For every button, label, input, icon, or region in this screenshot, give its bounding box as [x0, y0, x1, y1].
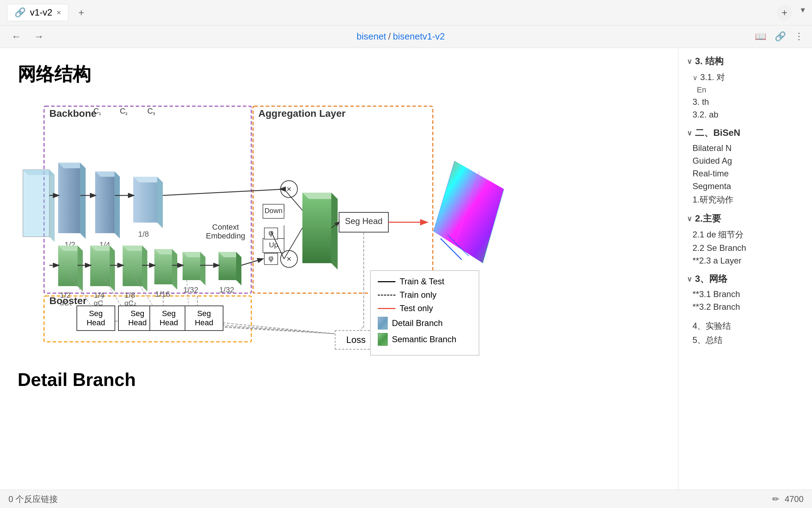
sidebar-heading-main[interactable]: ∨ 2.主要	[687, 212, 804, 225]
svg-text:C: C	[147, 107, 153, 115]
sidebar-item-segmentation[interactable]: Segmenta	[687, 180, 804, 193]
sidebar-item-2-3[interactable]: **2.3 a Layer	[687, 254, 804, 267]
nav-forward-button[interactable]: →	[31, 30, 47, 44]
sidebar-heading-network[interactable]: ∨ 3、网络	[687, 273, 804, 285]
svg-rect-20	[95, 171, 115, 233]
tab-close-button[interactable]: ×	[57, 8, 61, 17]
svg-marker-22	[115, 171, 120, 238]
dropdown-arrow[interactable]: ▾	[801, 5, 805, 20]
svg-marker-40	[142, 246, 147, 291]
svg-text:C: C	[93, 107, 99, 115]
legend-train-test: Train & Test	[378, 277, 472, 286]
svg-text:Aggregation Layer: Aggregation Layer	[258, 108, 345, 119]
legend-semantic-branch: Semantic Branch	[378, 333, 472, 346]
legend-test-only: Test only	[378, 303, 472, 313]
sidebar-sub-en[interactable]: En	[687, 84, 804, 96]
sidebar-heading-bisenet[interactable]: ∨ 二、BiSeN	[687, 127, 804, 139]
svg-text:φ: φ	[269, 254, 273, 262]
browser-controls: + ▾	[777, 5, 805, 20]
svg-marker-30	[78, 246, 83, 291]
sidebar-item-experiment[interactable]: 4、实验结	[687, 319, 804, 333]
svg-rect-1	[253, 106, 433, 293]
address-display: bisenet / bisenetv1-v2	[54, 31, 748, 42]
chevron-bisenet: ∨	[687, 129, 692, 137]
address-separator: /	[388, 31, 391, 42]
chevron-icon-3: ∨	[687, 57, 692, 66]
svg-text:1/32: 1/32	[219, 285, 234, 294]
main-layout: 网络结构 Backbone C ₁ C ₂ C ₃ Aggregation La…	[0, 48, 812, 508]
book-icon[interactable]: 📖	[755, 31, 766, 42]
browser-tab[interactable]: 🔗 v1-v2 ×	[7, 4, 68, 21]
svg-text:1/32: 1/32	[183, 285, 198, 294]
right-sidebar: ∨ 3. 结构 ∨ 3.1. 对 En 3. th 3.2. ab ∨ 二、Bi…	[678, 48, 812, 508]
tab-title: v1-v2	[30, 7, 53, 18]
svg-text:×: ×	[287, 254, 291, 264]
svg-text:αC₁: αC₁	[60, 299, 72, 307]
chevron-main: ∨	[687, 214, 692, 223]
sidebar-item-realtime[interactable]: Real-time	[687, 167, 804, 180]
output-visualization	[433, 161, 504, 267]
link-icon[interactable]: 🔗	[775, 31, 786, 42]
edit-icon[interactable]: ✏	[772, 494, 779, 504]
profile-button[interactable]: +	[777, 5, 792, 20]
sidebar-item-research[interactable]: 1.研究动作	[687, 193, 804, 207]
svg-text:1/8: 1/8	[124, 291, 135, 300]
seg-head-4: Seg Head	[185, 306, 223, 331]
network-diagram: Backbone C ₁ C ₂ C ₃ Aggregation Layer B…	[18, 101, 511, 355]
legend-blue-block	[378, 317, 388, 329]
svg-text:Up: Up	[269, 241, 278, 249]
svg-rect-16	[58, 163, 80, 233]
new-tab-button[interactable]: +	[74, 6, 88, 20]
reaction-count: 0 个反应链接	[8, 494, 58, 505]
seg-head-1: Seg Head	[76, 306, 115, 331]
sidebar-section-3: ∨ 3. 结构 ∨ 3.1. 对 En 3. th 3.2. ab	[687, 55, 804, 121]
legend-solid-line	[378, 281, 395, 282]
sidebar-item-2-2[interactable]: 2.2 Se Branch	[687, 242, 804, 254]
svg-marker-26	[157, 177, 163, 228]
sidebar-section-bisenet: ∨ 二、BiSeN Bilateral N Guided Ag Real-tim…	[687, 127, 804, 207]
svg-text:Backbone: Backbone	[49, 108, 97, 119]
svg-text:Down: Down	[264, 207, 282, 214]
sidebar-item-3-th[interactable]: 3. th	[687, 96, 804, 108]
legend-dashed-line	[378, 295, 395, 296]
sidebar-item-3-2-ab[interactable]: 3.2. ab	[687, 108, 804, 121]
bottom-right: ✏ 4700	[772, 494, 804, 504]
seg-head-3: Seg Head	[149, 306, 188, 331]
sidebar-item-bisenet: 二、BiSeN	[695, 127, 740, 139]
svg-marker-107	[433, 161, 504, 263]
svg-marker-53	[236, 252, 241, 285]
nav-back-button[interactable]: ←	[8, 30, 24, 44]
sidebar-item-guided[interactable]: Guided Ag	[687, 155, 804, 167]
sidebar-item-bilateral[interactable]: Bilateral N	[687, 142, 804, 155]
svg-rect-57	[302, 193, 331, 263]
legend-green-block	[378, 333, 388, 346]
svg-text:₃: ₃	[153, 109, 155, 116]
page-title: 网络结构	[18, 62, 660, 87]
svg-rect-12	[23, 170, 49, 237]
svg-rect-24	[133, 177, 157, 223]
bottom-bar: 0 个反应链接 ✏ 4700	[0, 490, 812, 508]
sidebar-section-main: ∨ 2.主要 2.1 de 细节分 2.2 Se Branch **2.3 a …	[687, 212, 804, 267]
chevron-network: ∨	[687, 275, 692, 283]
sidebar-heading-3[interactable]: ∨ 3. 结构	[687, 55, 804, 67]
svg-text:×: ×	[287, 184, 291, 194]
sidebar-item-3-2-branch[interactable]: **3.2 Branch	[687, 301, 804, 313]
sidebar-section-network: ∨ 3、网络 **3.1 Branch **3.2 Branch	[687, 273, 804, 313]
svg-line-77	[163, 189, 285, 195]
sidebar-item-3-1-branch[interactable]: **3.1 Branch	[687, 288, 804, 301]
svg-marker-49	[200, 252, 205, 285]
svg-text:1/2: 1/2	[60, 291, 71, 300]
char-count: 4700	[785, 494, 804, 504]
sidebar-item-2-1[interactable]: 2.1 de 细节分	[687, 228, 804, 242]
sidebar-item-summary[interactable]: 5、总结	[687, 333, 804, 347]
svg-text:Seg Head: Seg Head	[345, 216, 383, 226]
sidebar-item-3-1[interactable]: ∨ 3.1. 对	[687, 70, 804, 84]
svg-text:Context: Context	[212, 223, 239, 231]
svg-line-85	[241, 259, 263, 265]
address-bar-actions: 📖 🔗 ⋮	[755, 31, 804, 42]
chevron-3-1: ∨	[693, 74, 698, 81]
svg-text:₁: ₁	[99, 109, 101, 116]
more-options-icon[interactable]: ⋮	[794, 31, 804, 42]
section-title-detail-branch: Detail Branch	[18, 369, 660, 390]
sidebar-item-3-结构: 3. 结构	[695, 55, 724, 67]
